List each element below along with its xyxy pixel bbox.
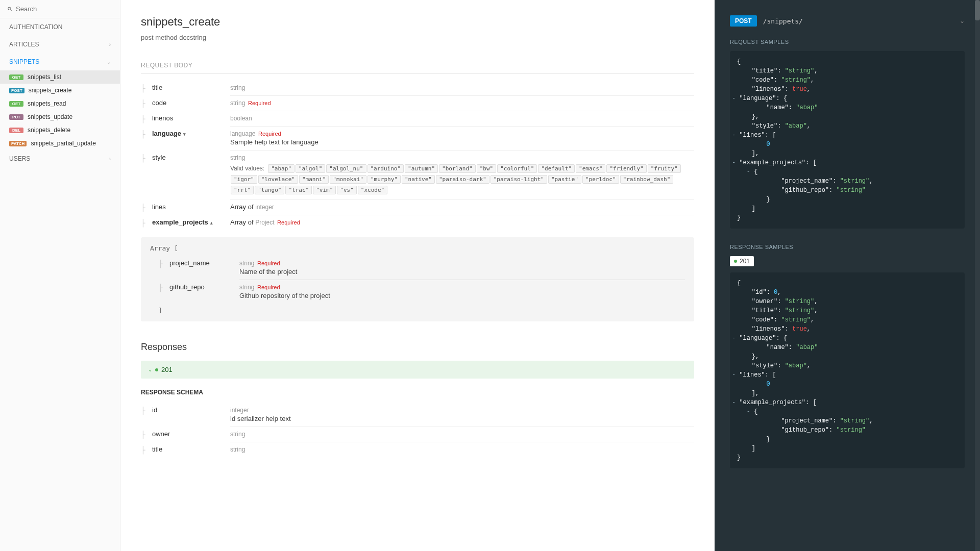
- param-type: string: [230, 99, 245, 107]
- valid-value-chip: "manni": [299, 175, 329, 184]
- valid-value-chip: "perldoc": [582, 175, 619, 184]
- sidebar-item-snippets_read[interactable]: GETsnippets_read: [0, 97, 120, 110]
- valid-value-chip: "paraiso-light": [491, 175, 547, 184]
- param-type: language: [230, 130, 255, 137]
- sidebar-item-snippets_delete[interactable]: DELsnippets_delete: [0, 123, 120, 137]
- response-samples-title: RESPONSE SAMPLES: [730, 244, 965, 250]
- request-body-header: REQUEST BODY: [141, 62, 694, 73]
- nav-section-articles[interactable]: ARTICLES ›: [0, 36, 120, 53]
- sidebar-item-snippets_partial_update[interactable]: PATCHsnippets_partial_update: [0, 137, 120, 150]
- tree-line-icon: ├: [141, 431, 147, 438]
- param-type: integer: [255, 204, 274, 211]
- required-badge: Required: [277, 219, 300, 226]
- valid-values-label: Valid values:: [230, 165, 264, 172]
- valid-value-chip: "algol_nu": [326, 164, 366, 173]
- valid-value-chip: "fruity": [648, 164, 681, 173]
- method-badge: GET: [9, 74, 23, 80]
- search-box: [0, 0, 120, 18]
- nav-item-label: snippets_delete: [28, 127, 70, 134]
- param-name: title: [152, 84, 162, 91]
- valid-value-chip: "pastie": [548, 175, 581, 184]
- chevron-down-icon: ⌄: [107, 59, 111, 65]
- response-code: 201: [161, 366, 173, 373]
- required-badge: Required: [248, 100, 271, 106]
- param-type: integer: [230, 407, 249, 414]
- api-header[interactable]: POST /snippets/ ⌄: [730, 15, 965, 27]
- chevron-right-icon: ›: [109, 42, 111, 47]
- param-type: string: [230, 446, 245, 453]
- param-type: string: [230, 154, 245, 161]
- status-chip[interactable]: 201: [730, 256, 754, 266]
- search-input[interactable]: [16, 5, 113, 13]
- sidebar-item-snippets_list[interactable]: GETsnippets_list: [0, 70, 120, 84]
- nav-section-label: SNIPPETS: [9, 58, 39, 65]
- tree-line-icon: ├: [141, 446, 147, 454]
- param-name[interactable]: example_projects▴: [152, 218, 213, 226]
- param-name: lines: [152, 203, 166, 211]
- api-path: /snippets/: [763, 17, 953, 25]
- valid-value-chip: "trac": [285, 186, 312, 194]
- tree-line-icon: ├: [141, 85, 147, 92]
- response-schema-title: RESPONSE SCHEMA: [141, 389, 694, 396]
- sidebar-item-snippets_update[interactable]: PUTsnippets_update: [0, 110, 120, 123]
- param-type: string: [230, 431, 245, 438]
- scrollbar-track: [975, 0, 980, 551]
- tree-line-icon: ├: [141, 155, 147, 162]
- param-type: boolean: [230, 115, 252, 122]
- valid-value-chip: "vim": [313, 186, 336, 194]
- method-badge: POST: [9, 88, 24, 93]
- scrollbar-thumb[interactable]: [975, 0, 980, 20]
- valid-value-chip: "native": [402, 175, 435, 184]
- status-dot-icon: [155, 368, 158, 371]
- param-help: Name of the project: [239, 268, 685, 276]
- required-badge: Required: [257, 260, 280, 266]
- param-type: string: [230, 84, 245, 91]
- request-sample-code: { "title": "string", "code": "string", "…: [730, 51, 965, 229]
- nav-section-snippets[interactable]: SNIPPETS ⌄: [0, 53, 120, 70]
- valid-value-chip: "arduino": [368, 164, 404, 173]
- tree-line-icon: ├: [158, 284, 164, 291]
- tree-line-icon: ├: [141, 100, 147, 107]
- valid-value-chip: "rrt": [231, 186, 254, 194]
- method-badge: PUT: [9, 114, 23, 120]
- tree-line-icon: ├: [141, 204, 147, 211]
- tree-line-icon: ├: [141, 115, 147, 122]
- param-type-prefix: Array of: [230, 218, 255, 226]
- valid-value-chip: "default": [538, 164, 575, 173]
- code-panel: POST /snippets/ ⌄ REQUEST SAMPLES { "tit…: [715, 0, 980, 551]
- sidebar: AUTHENTICATION ARTICLES › SNIPPETS ⌄ GET…: [0, 0, 120, 551]
- nav-item-label: snippets_read: [28, 100, 66, 107]
- responses-title: Responses: [141, 342, 694, 353]
- param-type: string: [239, 260, 254, 267]
- array-open-label: Array [: [150, 244, 685, 252]
- valid-value-chip: "bw": [477, 164, 497, 173]
- page-title: snippets_create: [141, 15, 694, 29]
- valid-value-chip: "paraiso-dark": [436, 175, 489, 184]
- valid-value-chip: "xcode": [358, 186, 387, 194]
- valid-value-chip: "lovelace": [258, 175, 298, 184]
- status-code: 201: [740, 258, 750, 265]
- main-content: snippets_create post method docstring RE…: [120, 0, 715, 551]
- param-name[interactable]: language▾: [152, 130, 186, 137]
- sidebar-item-snippets_create[interactable]: POSTsnippets_create: [0, 84, 120, 97]
- param-name: github_repo: [169, 283, 205, 291]
- valid-value-chip: "colorful": [497, 164, 537, 173]
- tree-line-icon: ├: [141, 131, 147, 138]
- nav-item-label: snippets_create: [29, 87, 72, 94]
- response-header[interactable]: ⌄ 201: [141, 361, 694, 379]
- status-dot-icon: [734, 260, 737, 263]
- required-badge: Required: [258, 131, 281, 137]
- nav-section-users[interactable]: USERS ›: [0, 150, 120, 167]
- nav-section-authentication[interactable]: AUTHENTICATION: [0, 18, 120, 36]
- nav-item-label: snippets_list: [28, 73, 61, 81]
- nav-section-label: AUTHENTICATION: [9, 23, 62, 31]
- param-name: code: [152, 99, 166, 107]
- param-name: style: [152, 154, 166, 161]
- valid-value-chip: "murphy": [368, 175, 401, 184]
- nested-schema-box: Array [ ├ project_name string RequiredNa…: [141, 237, 694, 321]
- tree-line-icon: ├: [158, 260, 164, 267]
- chevron-right-icon: ›: [109, 156, 111, 162]
- nav-section-label: ARTICLES: [9, 41, 39, 48]
- valid-value-chip: "borland": [439, 164, 476, 173]
- param-type-prefix: Array of: [230, 203, 255, 211]
